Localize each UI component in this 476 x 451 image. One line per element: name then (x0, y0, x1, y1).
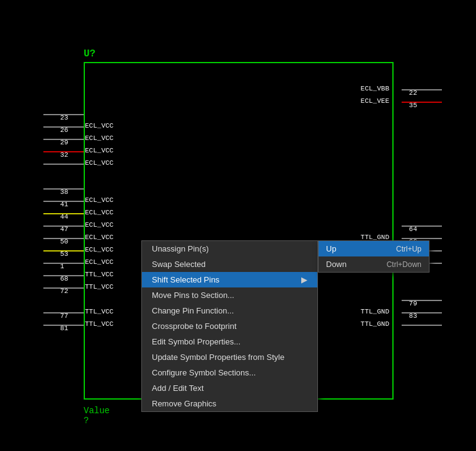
pin-line-32 (43, 151, 84, 152)
submenu: Up Ctrl+Up Down Ctrl+Down (318, 240, 430, 273)
right-pin-line-22 (402, 89, 442, 90)
pin-label-ttl-68: TTL_VCC (85, 271, 113, 278)
pin-line-29 (43, 139, 84, 140)
right-label-ttl-gnd-83: TTL_GND (361, 308, 389, 315)
menu-item-configure-symbol-sections[interactable]: Configure Symbol Sections... (142, 365, 317, 380)
pin-line-44 (43, 213, 84, 214)
pin-label-ecl-vcc-29: ECL_VCC (85, 134, 113, 142)
submenu-arrow-icon: ▶ (301, 275, 307, 284)
pin-line-81 (43, 325, 84, 326)
right-pin-line-83 (402, 312, 442, 313)
right-pin-line-66 (402, 238, 442, 239)
submenu-item-up[interactable]: Up Ctrl+Up (319, 241, 429, 256)
menu-item-move-pins-to-section[interactable]: Move Pins to Section... (142, 287, 317, 303)
menu-item-swap-selected[interactable]: Swap Selected (142, 256, 317, 272)
menu-item-add-edit-text[interactable]: Add / Edit Text (142, 380, 317, 396)
pin-line-41 (43, 201, 84, 202)
menu-item-change-pin-function[interactable]: Change Pin Function... (142, 303, 317, 318)
right-label-ecl-vee: ECL_VEE (361, 97, 389, 105)
pin-line-77 (43, 312, 84, 313)
menu-item-remove-graphics[interactable]: Remove Graphics (142, 396, 317, 411)
menu-item-edit-symbol-properties[interactable]: Edit Symbol Properties... (142, 334, 317, 349)
right-pin-line-last (402, 325, 442, 326)
pin-label-ecl-vcc-blank: ECL_VCC (85, 159, 113, 167)
pin-label-ecl-vcc-41: ECL_VCC (85, 196, 113, 204)
submenu-item-down[interactable]: Down Ctrl+Down (319, 256, 429, 272)
right-pin-line-35 (402, 102, 442, 103)
pin-label-ecl-vcc-44: ECL_VCC (85, 209, 113, 216)
pin-label-ecl-vcc-1: ECL_VCC (85, 258, 113, 266)
pin-label-ecl-vcc-47: ECL_VCC (85, 221, 113, 229)
pin-line-72 (43, 287, 84, 289)
right-pin-line-64 (402, 226, 442, 227)
right-label-ecl-vbb: ECL_VBB (361, 85, 389, 92)
pin-label-ecl-vcc-32: ECL_VCC (85, 147, 113, 154)
pin-label-ecl-vcc-53: ECL_VCC (85, 246, 113, 253)
pin-line-50 (43, 238, 84, 239)
right-pin-line-79 (402, 300, 442, 301)
pin-line-53 (43, 250, 84, 252)
component-name: U? (84, 48, 95, 59)
pin-label-ttl-81: TTL_VCC (85, 320, 113, 328)
menu-item-unassign-pins[interactable]: Unassign Pin(s) (142, 241, 317, 256)
pin-line-23 (43, 114, 84, 115)
menu-item-crossprobe-to-footprint[interactable]: Crossprobe to Footprint (142, 318, 317, 334)
component-value-label: Value ? (84, 406, 110, 426)
pin-line-38 (43, 188, 84, 190)
pin-line-68 (43, 275, 84, 276)
menu-item-shift-selected-pins[interactable]: Shift Selected Pins ▶ (142, 272, 317, 287)
pin-line-47 (43, 226, 84, 227)
context-menu: Unassign Pin(s) Swap Selected Shift Sele… (141, 240, 318, 412)
pin-label-ecl-vcc-50: ECL_VCC (85, 234, 113, 241)
pin-label-ttl-77: TTL_VCC (85, 308, 113, 315)
pin-label-ttl-72: TTL_VCC (85, 283, 113, 291)
pin-line-1 (43, 263, 84, 264)
pin-line-blank (43, 164, 84, 165)
right-label-ttl-gnd-last: TTL_GND (361, 320, 389, 328)
pin-line-26 (43, 126, 84, 128)
schematic-area: U? Value ? 23 26 ECL_VCC 29 ECL_VCC 32 E… (0, 0, 476, 451)
pin-label-ecl-vcc-26: ECL_VCC (85, 122, 113, 129)
menu-item-update-symbol-properties[interactable]: Update Symbol Properties from Style (142, 349, 317, 365)
